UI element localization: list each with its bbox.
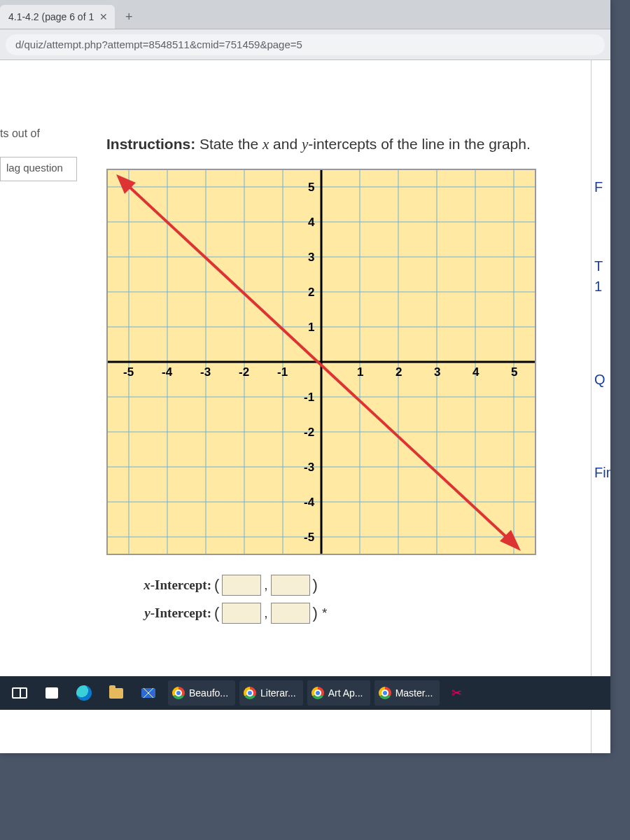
- svg-text:3: 3: [434, 365, 440, 379]
- svg-text:-4: -4: [304, 496, 315, 509]
- url-row: d/quiz/attempt.php?attempt=8548511&cmid=…: [0, 29, 610, 60]
- taskbar-window-literar[interactable]: Literar...: [239, 680, 303, 706]
- graph-svg: -5 -4 -3 -2 -1 1 2 3 4 5 5 4: [108, 170, 535, 554]
- file-explorer-icon[interactable]: [101, 679, 132, 707]
- svg-text:-2: -2: [239, 365, 249, 379]
- svg-text:5: 5: [511, 365, 517, 379]
- chrome-icon: [172, 687, 185, 699]
- points-fragment: ts out of: [0, 123, 77, 147]
- instructions-text: Instructions: State the x and y-intercep…: [106, 133, 568, 156]
- svg-text:-2: -2: [304, 426, 314, 439]
- svg-text:2: 2: [396, 365, 402, 379]
- new-tab-button[interactable]: +: [119, 7, 139, 27]
- edge-icon[interactable]: [69, 679, 99, 707]
- taskbar-window-artap[interactable]: Art Ap...: [307, 680, 370, 706]
- intercept-inputs: x-Intercept: ( , ) y-Intercept: ( , ) *: [106, 575, 568, 624]
- browser-tab[interactable]: 4.1-4.2 (page 6 of 1 ✕: [0, 5, 115, 29]
- svg-text:-5: -5: [304, 531, 314, 544]
- chrome-icon: [244, 687, 256, 699]
- y-intercept-x-input[interactable]: [222, 603, 261, 624]
- y-intercept-row: y-Intercept: ( , ) *: [106, 603, 568, 624]
- task-view-icon[interactable]: [4, 679, 35, 707]
- svg-text:1: 1: [357, 365, 363, 379]
- close-icon[interactable]: ✕: [99, 11, 108, 22]
- svg-text:-5: -5: [123, 365, 134, 379]
- x-intercept-y-input[interactable]: [271, 575, 310, 596]
- svg-text:-3: -3: [200, 365, 211, 379]
- x-intercept-x-input[interactable]: [222, 575, 261, 596]
- question-sidebar: ts out of lag question: [0, 123, 77, 181]
- url-text: d/quiz/attempt.php?attempt=8548511&cmid=…: [15, 38, 302, 50]
- flag-question-button[interactable]: lag question: [0, 157, 77, 181]
- svg-text:-1: -1: [277, 365, 288, 379]
- question-main: Instructions: State the x and y-intercep…: [106, 133, 568, 631]
- snip-icon[interactable]: ✂: [441, 679, 472, 707]
- taskbar: Beaufo... Literar... Art Ap... Master...…: [0, 676, 610, 710]
- page-content: ts out of lag question Instructions: Sta…: [0, 60, 610, 753]
- microsoft-store-icon[interactable]: [36, 679, 67, 707]
- chrome-icon: [312, 687, 324, 699]
- svg-text:-1: -1: [304, 391, 314, 404]
- url-bar[interactable]: d/quiz/attempt.php?attempt=8548511&cmid=…: [6, 34, 605, 55]
- mail-icon[interactable]: [133, 679, 164, 707]
- browser-tabstrip: 4.1-4.2 (page 6 of 1 ✕ +: [0, 0, 610, 29]
- svg-text:3: 3: [308, 251, 314, 264]
- svg-text:5: 5: [308, 181, 314, 194]
- taskbar-window-beaufo[interactable]: Beaufo...: [168, 680, 235, 706]
- svg-text:2: 2: [308, 286, 314, 299]
- coordinate-graph: -5 -4 -3 -2 -1 1 2 3 4 5 5 4: [106, 169, 536, 555]
- tab-title: 4.1-4.2 (page 6 of 1: [8, 11, 94, 22]
- x-intercept-row: x-Intercept: ( , ): [106, 575, 568, 596]
- svg-text:-3: -3: [304, 461, 314, 474]
- right-panel-fragment: F T 1 Q Fin: [591, 60, 610, 753]
- svg-text:4: 4: [308, 216, 315, 229]
- taskbar-window-master[interactable]: Master...: [374, 680, 440, 706]
- svg-text:-4: -4: [162, 365, 173, 379]
- svg-text:4: 4: [472, 365, 479, 379]
- chrome-icon: [379, 687, 391, 699]
- y-intercept-y-input[interactable]: [271, 603, 310, 624]
- svg-text:1: 1: [308, 321, 314, 334]
